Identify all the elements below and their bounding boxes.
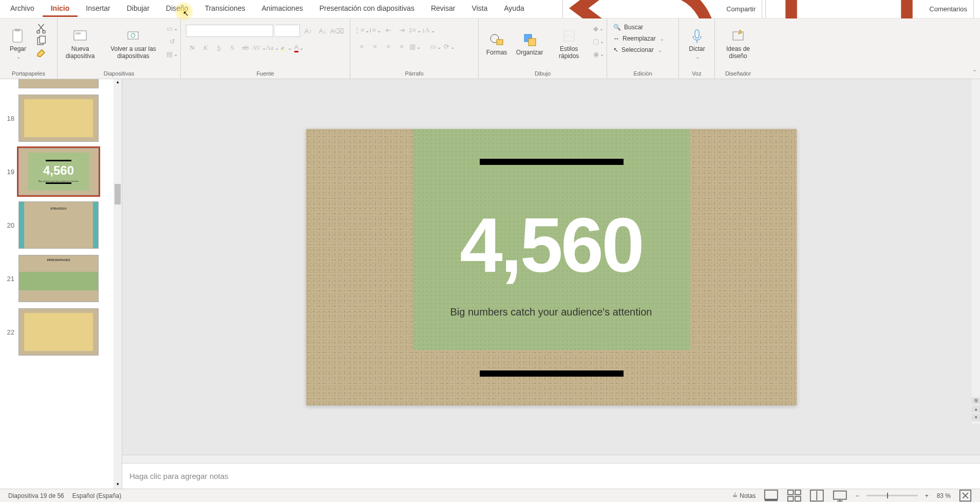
highlight-button[interactable]: ⌄ <box>279 42 292 53</box>
section-button[interactable]: ▤⌄ <box>166 48 178 60</box>
comments-label: Comentarios <box>929 5 967 13</box>
char-spacing-button[interactable]: AV⌄ <box>253 42 265 53</box>
design-ideas-button[interactable]: Ideas de diseño <box>717 21 759 67</box>
line-spacing-button[interactable]: ‡≡⌄ <box>409 25 421 36</box>
tab-file[interactable]: Archivo <box>2 1 43 17</box>
svg-rect-7 <box>76 32 81 34</box>
tab-help[interactable]: Ayuda <box>496 1 532 17</box>
tab-home[interactable]: Inicio <box>43 1 78 17</box>
group-label-designer: Diseñador <box>717 69 759 79</box>
group-label-voice: Voz <box>681 69 712 79</box>
replace-icon: ↔ <box>613 35 619 42</box>
share-label: Compartir <box>726 5 756 13</box>
underline-button[interactable]: S <box>213 42 225 53</box>
align-left-button[interactable]: ≡ <box>355 41 368 52</box>
ribbon: Pegar ⌄ Portapapeles Nueva diapositiva V… <box>0 18 980 79</box>
group-label-clipboard: Portapapeles <box>2 69 55 79</box>
tab-draw[interactable]: Dibujar <box>119 1 158 17</box>
layout-button[interactable]: ▭⌄ <box>166 23 178 34</box>
group-label-editing: Edición <box>609 69 676 79</box>
reset-slide-button[interactable]: ↺ <box>166 35 178 47</box>
svg-rect-5 <box>40 36 45 43</box>
font-family-select[interactable] <box>186 25 273 37</box>
select-button[interactable]: ↖Seleccionar⌄ <box>613 46 664 53</box>
group-label-drawing: Dibujo <box>481 69 605 79</box>
tab-animations[interactable]: Animaciones <box>254 1 311 17</box>
change-case-button[interactable]: Aa⌄ <box>266 42 278 53</box>
group-label-font: Fuente <box>183 69 348 79</box>
clear-formatting-button[interactable]: A⌫ <box>331 25 343 36</box>
svg-rect-8 <box>128 32 138 39</box>
new-slide-button[interactable]: Nueva diapositiva <box>60 21 101 67</box>
group-label-paragraph: Párrafo <box>352 69 476 79</box>
cursor-select-icon: ↖ <box>613 46 618 53</box>
copy-button[interactable] <box>35 35 47 47</box>
tab-transitions[interactable]: Transiciones <box>197 1 254 17</box>
tab-insert[interactable]: Insertar <box>78 1 118 17</box>
tab-review[interactable]: Revisar <box>423 1 463 17</box>
replace-button[interactable]: ↔Reemplazar⌄ <box>613 35 664 42</box>
format-painter-button[interactable] <box>35 48 47 60</box>
paste-button[interactable]: Pegar ⌄ <box>2 21 34 67</box>
collapse-ribbon-button[interactable]: ⌃ <box>972 69 977 76</box>
numbering-button[interactable]: 1≡⌄ <box>369 25 381 36</box>
text-direction-button[interactable]: ↕A⌄ <box>422 25 435 36</box>
svg-rect-15 <box>564 31 574 41</box>
tab-view[interactable]: Vista <box>463 1 496 17</box>
font-color-button[interactable]: A⌄ <box>293 42 305 53</box>
font-size-select[interactable] <box>275 25 300 37</box>
decrease-font-button[interactable]: A↓ <box>316 25 329 36</box>
shape-fill-button[interactable]: ◆⌄ <box>592 23 605 34</box>
svg-rect-1 <box>15 29 20 31</box>
increase-indent-button[interactable]: ⇥ <box>395 25 408 36</box>
find-button[interactable]: 🔍Buscar <box>613 24 664 31</box>
bullets-button[interactable]: ⋮≡⌄ <box>355 25 368 36</box>
svg-rect-16 <box>695 30 699 38</box>
smartart-button[interactable]: ⟳⌄ <box>443 41 455 52</box>
svg-rect-6 <box>74 31 86 40</box>
reuse-slides-button[interactable]: Volver a usar las diapositivas <box>102 21 165 67</box>
shape-effects-button[interactable]: ◉⌄ <box>592 48 605 60</box>
italic-button[interactable]: K <box>199 42 212 53</box>
quick-styles-button[interactable]: Estilos rápidos <box>546 21 591 67</box>
ribbon-tabs: Archivo Inicio Insertar Dibujar Diseño T… <box>0 0 980 18</box>
search-icon: 🔍 <box>613 24 621 31</box>
increase-font-button[interactable]: A↑ <box>302 25 314 36</box>
svg-rect-0 <box>13 30 22 42</box>
tab-design[interactable]: Diseño <box>158 1 197 17</box>
decrease-indent-button[interactable]: ⇤ <box>382 25 394 36</box>
shadow-button[interactable]: S <box>226 42 238 53</box>
columns-button[interactable]: ▥⌄ <box>409 41 421 52</box>
dictate-button[interactable]: Dictar ⌄ <box>681 21 713 67</box>
group-label-slides: Diapositivas <box>60 69 178 79</box>
shapes-button[interactable]: Formas <box>481 21 513 67</box>
svg-rect-12 <box>497 40 503 45</box>
cut-button[interactable] <box>35 23 47 34</box>
chevron-down-icon: ⌄ <box>16 54 21 60</box>
tab-slideshow[interactable]: Presentación con diapositivas <box>311 1 423 17</box>
bold-button[interactable]: N <box>186 42 198 53</box>
strikethrough-button[interactable]: ab <box>239 42 252 53</box>
align-center-button[interactable]: ≡ <box>369 41 381 52</box>
justify-button[interactable]: ≡ <box>395 41 408 52</box>
svg-rect-14 <box>529 39 536 46</box>
shape-outline-button[interactable]: ▢⌄ <box>592 35 605 47</box>
align-right-button[interactable]: ≡ <box>382 41 394 52</box>
align-text-button[interactable]: ▭⌄ <box>429 41 442 52</box>
svg-rect-10 <box>280 50 286 51</box>
arrange-button[interactable]: Organizar <box>514 21 545 67</box>
chevron-down-icon: ⌄ <box>695 54 700 60</box>
